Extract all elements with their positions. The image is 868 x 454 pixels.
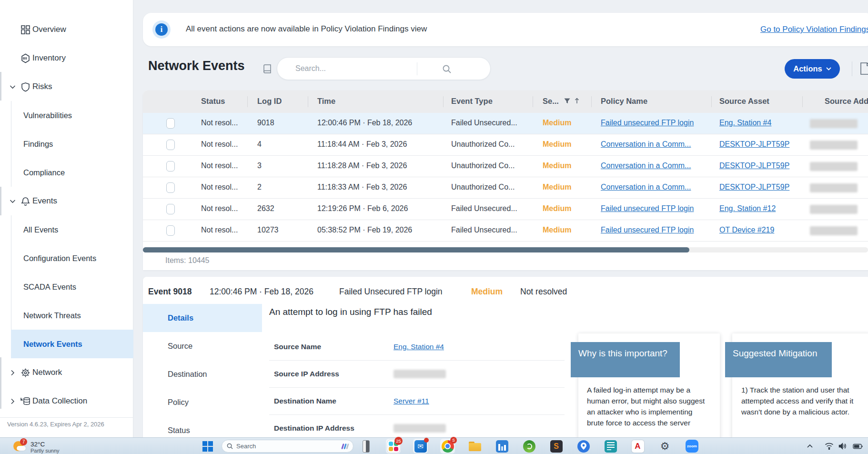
documentation-icon[interactable] bbox=[263, 64, 273, 76]
field-value-link[interactable]: Eng. Station #4 bbox=[394, 343, 444, 351]
column-header-source-asset[interactable]: Source Asset bbox=[719, 97, 769, 106]
zoom-icon[interactable]: zoom bbox=[685, 439, 699, 454]
column-header-time[interactable]: Time bbox=[317, 97, 335, 106]
source_asset-link[interactable]: DESKTOP-JLPT59P bbox=[719, 140, 789, 149]
sidebar-item-label: SCADA Events bbox=[11, 282, 76, 292]
toolbar-divider bbox=[852, 61, 852, 76]
sidebar-item-events[interactable]: Events bbox=[0, 187, 133, 215]
sidebar-item-inventory[interactable]: Inventory bbox=[0, 44, 133, 72]
table-row[interactable]: Not resol...901812:00:46 PM · Feb 18, 20… bbox=[143, 113, 868, 134]
table-row[interactable]: Not resol...1027305:38:52 PM · Feb 19, 2… bbox=[143, 220, 868, 242]
row-checkbox[interactable] bbox=[166, 182, 175, 193]
settings-icon[interactable]: ⚙ bbox=[657, 439, 672, 454]
source_asset-link[interactable]: DESKTOP-JLPT59P bbox=[719, 183, 789, 192]
sublime-text-icon[interactable]: S bbox=[549, 439, 564, 454]
chevron-right-icon[interactable] bbox=[9, 398, 16, 404]
sidebar-item-scada-events[interactable]: SCADA Events bbox=[11, 272, 133, 301]
tab-source[interactable]: Source bbox=[143, 332, 262, 360]
sidebar-item-data-collection[interactable]: Data Collection bbox=[0, 387, 133, 415]
time-cell: 11:18:33 AM · Feb 3, 2026 bbox=[317, 183, 407, 192]
row-checkbox[interactable] bbox=[166, 118, 175, 129]
outlook-icon[interactable]: ✉ bbox=[413, 439, 428, 454]
event_type-cell: Failed Unsecured... bbox=[451, 119, 517, 127]
severity-cell: Medium bbox=[543, 140, 571, 149]
tab-policy[interactable]: Policy bbox=[143, 388, 262, 416]
row-checkbox[interactable] bbox=[166, 225, 175, 236]
row-checkbox[interactable] bbox=[166, 140, 175, 150]
sidebar-item-network-threats[interactable]: Network Threats bbox=[11, 301, 133, 330]
sidebar-item-risks[interactable]: Risks bbox=[0, 72, 133, 101]
windows-start-icon[interactable] bbox=[202, 441, 213, 452]
shield-icon bbox=[20, 81, 30, 92]
wifi-icon[interactable] bbox=[825, 438, 834, 454]
chevron-right-icon[interactable] bbox=[9, 369, 16, 376]
volume-icon[interactable] bbox=[838, 438, 847, 454]
policy-link[interactable]: Failed unsecured FTP login bbox=[601, 119, 694, 127]
policy-link[interactable]: Conversation in a Comm... bbox=[601, 161, 691, 170]
table-row[interactable]: Not resol...411:18:44 AM · Feb 3, 2026Un… bbox=[143, 134, 868, 156]
source_asset-link[interactable]: Eng. Station #12 bbox=[719, 204, 776, 213]
chrome-icon[interactable]: S bbox=[440, 439, 455, 454]
slack-icon[interactable]: 25 bbox=[386, 439, 401, 454]
log_id-cell: 3 bbox=[257, 161, 262, 170]
policy-link[interactable]: Failed unsecured FTP login bbox=[601, 226, 694, 234]
taskbar-weather-widget[interactable]: 7 32°C Partly sunny bbox=[13, 440, 60, 454]
actions-button[interactable]: Actions bbox=[785, 59, 840, 79]
sort-asc-icon[interactable] bbox=[575, 98, 579, 104]
chevron-up-icon[interactable] bbox=[807, 438, 813, 454]
table-row[interactable]: Not resol...211:18:33 AM · Feb 3, 2026Un… bbox=[143, 177, 868, 199]
search-icon[interactable] bbox=[442, 64, 452, 76]
sidebar-item-all-events[interactable]: All Events bbox=[11, 215, 133, 244]
maps-icon[interactable] bbox=[576, 439, 591, 454]
tab-destination[interactable]: Destination bbox=[143, 360, 262, 388]
column-header-label: Source Asset bbox=[719, 97, 769, 105]
battery-icon[interactable] bbox=[853, 438, 863, 454]
search-input[interactable] bbox=[295, 63, 410, 74]
policy-link[interactable]: Failed unsecured FTP login bbox=[601, 204, 694, 213]
column-header-status[interactable]: Status bbox=[201, 97, 225, 106]
sidebar-item-compliance[interactable]: Compliance bbox=[11, 158, 133, 187]
export-document-icon[interactable] bbox=[859, 62, 868, 77]
column-header-source-address[interactable]: Source Address bbox=[825, 97, 868, 106]
tab-details[interactable]: Details bbox=[143, 304, 262, 332]
source_asset-link[interactable]: Eng. Station #4 bbox=[719, 119, 771, 127]
acrobat-icon[interactable]: A bbox=[630, 439, 645, 454]
taskbar-search-label: Search bbox=[236, 443, 339, 450]
table-row[interactable]: Not resol...263212:19:26 PM · Feb 6, 202… bbox=[143, 199, 868, 220]
filter-icon[interactable] bbox=[564, 98, 570, 104]
sidebar-item-vulnerabilities[interactable]: Vulnerabilities bbox=[11, 101, 133, 130]
column-header-event-type[interactable]: Event Type bbox=[451, 97, 493, 106]
sidebar-item-network[interactable]: Network bbox=[0, 358, 133, 387]
horizontal-scrollbar-thumb[interactable] bbox=[143, 247, 689, 252]
sidebar-item-label: Network Threats bbox=[11, 311, 81, 320]
detail-field-row: Destination NameServer #11 bbox=[269, 388, 565, 415]
detail-time: 12:00:46 PM · Feb 18, 2026 bbox=[210, 287, 313, 297]
field-value-link[interactable]: Server #11 bbox=[394, 397, 429, 405]
table-row[interactable]: Not resol...311:18:28 AM · Feb 3, 2026Un… bbox=[143, 156, 868, 177]
sidebar-item-network-events[interactable]: Network Events bbox=[11, 330, 133, 358]
column-header-policy-name[interactable]: Policy Name bbox=[601, 97, 647, 106]
row-checkbox[interactable] bbox=[166, 204, 175, 214]
column-header-se-[interactable]: Se... bbox=[543, 97, 579, 106]
column-header-label: Policy Name bbox=[601, 97, 647, 105]
source_asset-link[interactable]: OT Device #219 bbox=[719, 226, 774, 234]
row-checkbox[interactable] bbox=[166, 161, 175, 172]
file-explorer-icon[interactable] bbox=[467, 439, 482, 454]
policy-link[interactable]: Conversation in a Comm... bbox=[601, 140, 691, 149]
dark-app-icon[interactable] bbox=[359, 439, 373, 454]
taskbar-search[interactable]: Search bbox=[222, 440, 353, 453]
policy-link[interactable]: Conversation in a Comm... bbox=[601, 183, 691, 192]
notes-icon[interactable] bbox=[603, 439, 618, 454]
sidebar-item-findings[interactable]: Findings bbox=[11, 130, 133, 158]
source_asset-link[interactable]: DESKTOP-JLPT59P bbox=[719, 161, 789, 170]
sidebar-item-label: Findings bbox=[11, 140, 53, 149]
chevron-down-icon[interactable] bbox=[9, 198, 16, 204]
chevron-down-icon[interactable] bbox=[9, 83, 16, 90]
portal-app-icon[interactable] bbox=[495, 439, 509, 454]
items-count: Items: 10445 bbox=[165, 256, 210, 265]
sidebar-item-overview[interactable]: Overview bbox=[0, 15, 133, 44]
sidebar-item-configuration-events[interactable]: Configuration Events bbox=[11, 244, 133, 272]
policy-violation-findings-link[interactable]: Go to Policy Violation Findings bbox=[760, 25, 868, 34]
column-header-log-id[interactable]: Log ID bbox=[257, 97, 282, 106]
green-app-icon[interactable] bbox=[522, 439, 536, 454]
